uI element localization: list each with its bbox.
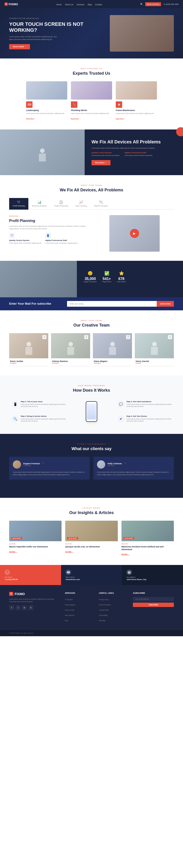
share-icon-2[interactable]: ⤴	[84, 335, 88, 339]
articles-section: LATEST NEWS Our Insights & Articles READ…	[0, 498, 183, 565]
service-link-3[interactable]: Terms of Use	[65, 609, 74, 611]
stat-projects-label: Project Done	[102, 281, 111, 282]
share-icon-1[interactable]: ⤴	[42, 335, 47, 339]
article-read-3[interactable]: EQUINE →	[122, 554, 130, 555]
stat-customers-label: Happy Customers	[84, 281, 97, 282]
facebook-icon[interactable]: f	[9, 605, 14, 610]
our-team-title: Our Creative Team	[9, 323, 174, 328]
footer-services-title: Services	[65, 592, 99, 594]
useful-link-1[interactable]: Privacy Policy	[99, 599, 109, 600]
useful-link-4[interactable]: Accessibility	[99, 615, 107, 616]
footer-copyright: © 2024 FIXMO. All rights reserved.	[9, 632, 34, 634]
data-tracking-icon: 📈	[79, 200, 83, 204]
brand-logo[interactable]: F FIXMO	[5, 2, 18, 6]
team-feature-2: 👤 Highly Professional Staff Lorem ipsum …	[45, 233, 78, 247]
useful-link-3[interactable]: Cookie Policy	[99, 609, 108, 611]
stat-projects: ✅ 541+ Project Done	[102, 271, 111, 282]
email-col-value: info@fixmo.com	[66, 579, 117, 581]
fix-feature-1: Quality Control System Lorem ipsum dolor…	[92, 152, 120, 157]
article-img-3: READ MORE	[122, 521, 174, 541]
fix-features: Quality Control System Lorem ipsum dolor…	[92, 152, 176, 157]
fix-feature-title-1: Quality Control System	[92, 152, 120, 154]
share-icon-4[interactable]: ⤴	[168, 335, 172, 339]
linkedin-icon[interactable]: li	[28, 605, 33, 610]
how-step-icon-3: 💬	[117, 401, 125, 408]
team-img-placeholder: ▶	[109, 215, 160, 252]
footer-brand-logo: F FIXMO	[9, 592, 60, 596]
how-step-text-1: Step 1: Tell us your issue Lorem ipsum d…	[21, 401, 66, 408]
phone-center	[68, 398, 115, 425]
team-card-info-2: Johnny Ramirez President	[51, 358, 90, 366]
fix-banner-btn[interactable]: Read More →	[92, 160, 110, 165]
tab-project-reporting[interactable]: 📋 Project Reporting	[50, 198, 72, 210]
tab-profit-planning[interactable]: 🛡 Profit Planning	[9, 198, 28, 210]
stat-customers: 😊 35,000 Happy Customers	[84, 271, 97, 282]
useful-link-2[interactable]: Terms of Service	[99, 604, 111, 606]
testimonial-avatar-2	[97, 460, 105, 469]
quote-icon-1: "	[42, 461, 44, 468]
footer-services-list: TV Repairs Phone Repairs Terms of Use Ne…	[65, 597, 99, 622]
why-card-readmore-2[interactable]: Read More →	[71, 118, 81, 120]
how-steps-left: 📱 Step 1: Tell us your issue Lorem ipsum…	[9, 398, 68, 425]
testimonial-name-2: Holly Coleman	[107, 462, 122, 465]
fix-feature-text-2: Lorem ipsum dolor sit amet consectetur.	[125, 154, 153, 157]
tab-reports-analysis[interactable]: 📉 Reports Analysis	[90, 198, 111, 210]
footer-subscribe-button[interactable]: SUBSCRIBE	[133, 602, 174, 607]
nav-blog[interactable]: Blog	[87, 3, 92, 6]
testimonial-identity-2: Holly Coleman Specialist	[107, 462, 122, 466]
subscribe-button[interactable]: SUBSCRIBE	[157, 301, 174, 307]
instagram-icon[interactable]: in	[22, 605, 27, 610]
article-3: READ MORE 21.07.09 Maecenas tincidunt lo…	[122, 521, 174, 556]
hero-cta-button[interactable]: Read More →	[9, 44, 30, 49]
nav-services[interactable]: Services	[77, 3, 85, 6]
nav-home[interactable]: Home	[56, 3, 62, 6]
service-link-4[interactable]: New Services	[65, 615, 75, 616]
profit-planning-icon: 🛡	[17, 200, 20, 204]
tab-business-analysis[interactable]: 📊 Business Analysis	[28, 198, 50, 210]
team-member-4: ⤴ Henry Garrett Analyst	[135, 333, 174, 366]
footer-email-col: 📧 Get In Touch info@fixmo.com	[61, 565, 122, 585]
how-step-desc-4: Lorem ipsum dolor sit amet consectetur a…	[127, 418, 172, 423]
search-icon[interactable]: 🔍	[140, 3, 143, 5]
how-step-1: 📱 Step 1: Tell us your issue Lorem ipsum…	[9, 398, 68, 410]
nav-about[interactable]: About Us	[65, 3, 73, 6]
article-1: READ MORE 21.07.09 Mauris imperdiet moll…	[9, 521, 61, 556]
why-card-readmore-1[interactable]: Read More →	[26, 118, 36, 120]
list-item: Terms of Service	[99, 602, 133, 606]
team-section: MEET OUR TEAM We Fix All Devices, All Pr…	[0, 175, 183, 261]
useful-link-5[interactable]: Site Map	[99, 620, 105, 621]
team-card-info-3: Diana Wagner Developer	[93, 358, 132, 366]
service-link-2[interactable]: Phone Repairs	[65, 604, 75, 606]
hero-text: Lorem ipsum dolor sit amet consectetur a…	[9, 35, 59, 41]
service-link-1[interactable]: TV Repairs	[65, 599, 73, 600]
twitter-icon[interactable]: t	[16, 605, 21, 610]
person-body	[39, 153, 46, 161]
why-label: WHY CHOOSE US	[9, 68, 174, 70]
article-badge-3[interactable]: READ MORE	[123, 537, 134, 539]
hero-section: CONSECTETUR ADIPISCING YOUR TOUCH SCREEN…	[0, 8, 183, 58]
service-link-5[interactable]: FAQ	[65, 620, 68, 621]
article-read-2[interactable]: EQUINE →	[65, 551, 73, 553]
footer-brand-name: FIXMO	[15, 592, 25, 596]
testimonial-identity-1: Eugene Freeman Consultant	[23, 462, 40, 466]
how-label: OUR WORK PROCESS	[9, 384, 174, 386]
play-button[interactable]: ▶	[130, 229, 139, 238]
why-card-readmore-3[interactable]: Read More →	[116, 118, 126, 120]
article-badge-2[interactable]: READ MORE	[67, 537, 78, 539]
book-service-button[interactable]: Book a service	[145, 2, 161, 6]
subscribe-email-input[interactable]	[67, 301, 157, 307]
footer-email-input[interactable]	[133, 597, 174, 601]
footer-links-col: Useful Links Privacy Policy Terms of Ser…	[99, 592, 133, 623]
share-icon-3[interactable]: ⤴	[126, 335, 130, 339]
how-step-text-3: Step 3: Get client assistance Lorem ipsu…	[127, 401, 172, 408]
tab-data-tracking[interactable]: 📈 Data Tracking	[72, 198, 90, 210]
content-text: Lorem ipsum dolor sit amet consectetur a…	[9, 225, 88, 230]
member-figure-1	[22, 337, 36, 355]
list-item: Site Map	[99, 618, 133, 622]
article-title-1: Mauris imperdiet mollis non elementum	[9, 546, 61, 548]
article-read-1[interactable]: EQUINE →	[9, 551, 17, 553]
nav-contact[interactable]: Contact	[95, 3, 102, 6]
phone-col-icon: 📍	[5, 569, 10, 575]
article-badge-1[interactable]: READ MORE	[11, 537, 22, 539]
how-section: OUR WORK PROCESS How Does It Works 📱 Ste…	[0, 375, 183, 434]
